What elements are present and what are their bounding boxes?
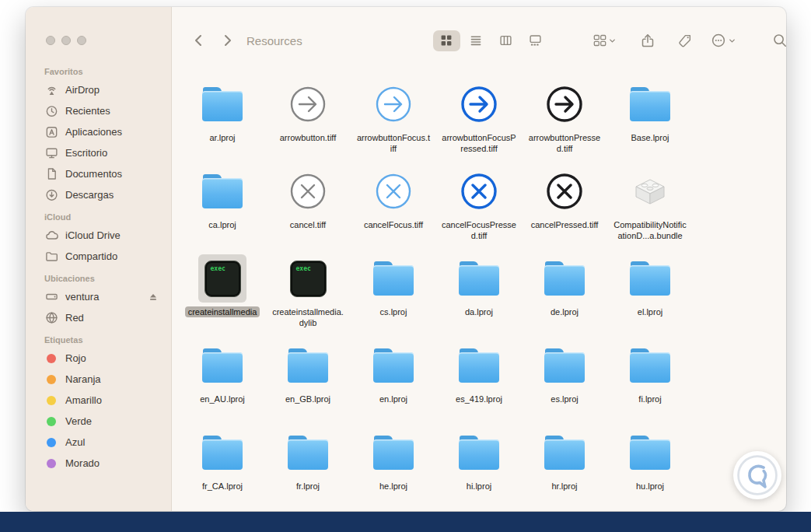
share-icon (640, 33, 655, 48)
file-item[interactable]: fi.lproj (607, 340, 693, 427)
file-item[interactable]: de.lproj (522, 253, 607, 340)
file-icon (454, 429, 504, 477)
file-item[interactable]: exec createinstallmedia.dylib (265, 253, 351, 340)
folder-icon (544, 261, 585, 296)
documents-icon (45, 167, 58, 180)
arrow-button-icon (374, 85, 413, 124)
file-item[interactable]: en.lproj (351, 340, 436, 427)
file-item[interactable]: el.lproj (607, 253, 693, 340)
sidebar-nav: Favoritos AirDrop Recientes Aplicaciones… (33, 60, 165, 474)
file-item[interactable]: he.lproj (351, 427, 436, 511)
file-icon (369, 167, 418, 215)
folder-icon (373, 348, 414, 383)
file-item[interactable]: en_AU.lproj (180, 340, 265, 427)
folder-icon (630, 436, 670, 470)
file-name: ca.lproj (205, 219, 239, 230)
file-item[interactable]: hr.lproj (522, 427, 607, 511)
file-item[interactable]: hi.lproj (436, 427, 522, 511)
file-name: da.lproj (462, 306, 496, 317)
share-button[interactable] (638, 30, 658, 51)
file-item[interactable]: exec createinstallmedia (180, 253, 265, 340)
file-name: el.lproj (634, 306, 666, 317)
file-item[interactable]: en_GB.lproj (265, 340, 351, 427)
cancel-button-icon (545, 172, 584, 211)
file-grid[interactable]: ar.lproj arrowbutton.tiff arrowbuttonFoc… (172, 74, 786, 511)
file-item[interactable]: cancel.tiff (265, 166, 351, 253)
gallery-view-button[interactable] (522, 30, 549, 51)
sidebar-item-ventura[interactable]: ventura (33, 286, 165, 307)
file-icon (369, 341, 418, 390)
minimize-button[interactable] (61, 36, 71, 45)
sidebar-item-recientes[interactable]: Recientes (33, 100, 165, 121)
sidebar-item-icloud-drive[interactable]: iCloud Drive (33, 225, 165, 246)
eject-icon[interactable] (148, 292, 159, 303)
file-icon (198, 341, 247, 390)
sidebar-item-aplicaciones[interactable]: Aplicaciones (33, 121, 165, 142)
file-icon (454, 341, 504, 390)
close-button[interactable] (46, 36, 55, 45)
sidebar-item-amarillo[interactable]: Amarillo (33, 390, 165, 411)
file-item[interactable]: cs.lproj (351, 253, 436, 340)
zoom-button[interactable] (77, 36, 86, 45)
file-item[interactable]: hu.lproj (607, 427, 693, 511)
file-name: cs.lproj (377, 306, 411, 317)
folder-icon (202, 174, 243, 208)
file-item[interactable]: arrowbuttonFocus.tiff (351, 79, 436, 166)
file-item[interactable]: es_419.lproj (436, 340, 522, 427)
file-item[interactable]: ar.lproj (180, 79, 265, 166)
file-item[interactable]: fr.lproj (265, 427, 351, 511)
file-item[interactable]: da.lproj (436, 253, 522, 340)
file-name: fr.lproj (293, 481, 323, 492)
sidebar-item-documentos[interactable]: Documentos (33, 163, 165, 184)
chevron-right-icon (219, 33, 235, 48)
search-button[interactable] (770, 30, 786, 51)
file-name: cancelFocusPressed.tiff (439, 219, 519, 242)
file-item[interactable]: ca.lproj (180, 166, 265, 253)
column-view-button[interactable] (492, 30, 519, 51)
file-name: hi.lproj (463, 481, 495, 492)
sidebar-item-verde[interactable]: Verde (33, 411, 165, 432)
file-item[interactable]: Base.lproj (607, 79, 693, 166)
file-icon (284, 167, 332, 215)
file-item[interactable]: cancelFocus.tiff (351, 166, 436, 253)
file-item[interactable]: es.lproj (522, 340, 607, 427)
file-name: cancelPressed.tiff (528, 219, 602, 230)
file-name: arrowbutton.tiff (277, 132, 340, 143)
sidebar-item-escritorio[interactable]: Escritorio (33, 142, 165, 163)
applications-icon (45, 125, 58, 138)
tag-dot-icon (47, 354, 56, 363)
file-item[interactable]: arrowbuttonFocusPressed.tiff (436, 79, 522, 166)
file-item[interactable]: cancelFocusPressed.tiff (436, 166, 522, 253)
tag-dot-icon (47, 396, 56, 405)
folder-icon (459, 261, 499, 296)
sidebar-item-descargas[interactable]: Descargas (33, 184, 165, 205)
sidebar-item-rojo[interactable]: Rojo (33, 348, 165, 369)
file-item[interactable]: fr_CA.lproj (180, 427, 265, 511)
group-button[interactable] (591, 32, 619, 49)
sidebar-item-morado[interactable]: Morado (33, 453, 165, 474)
grid-view-button[interactable] (433, 30, 460, 51)
sidebar-item-compartido[interactable]: Compartido (33, 246, 165, 267)
list-view-button[interactable] (463, 30, 490, 51)
file-icon (540, 429, 589, 477)
file-item[interactable]: arrowbuttonPressed.tiff (522, 79, 607, 166)
file-item[interactable]: cancelPressed.tiff (522, 166, 607, 253)
sidebar-item-red[interactable]: Red (33, 307, 165, 328)
tag-dot-icon (47, 459, 56, 468)
file-item[interactable]: arrowbutton.tiff (265, 79, 351, 166)
back-button[interactable] (189, 30, 209, 51)
sidebar-item-naranja[interactable]: Naranja (33, 369, 165, 390)
folder-icon (202, 348, 243, 383)
file-item[interactable]: CompatibilityNotificationD...a.bundle (607, 166, 693, 253)
forward-button[interactable] (217, 30, 237, 51)
folder-icon (630, 87, 670, 121)
file-icon: exec (284, 254, 332, 303)
sidebar-item-airdrop[interactable]: AirDrop (33, 79, 165, 100)
sidebar-item-azul[interactable]: Azul (33, 432, 165, 453)
hard-drive-icon (45, 290, 58, 303)
file-icon (198, 167, 247, 215)
tag-button[interactable] (675, 31, 694, 51)
file-icon (625, 429, 675, 477)
chevron-left-icon (191, 33, 207, 48)
more-button[interactable] (708, 30, 739, 51)
